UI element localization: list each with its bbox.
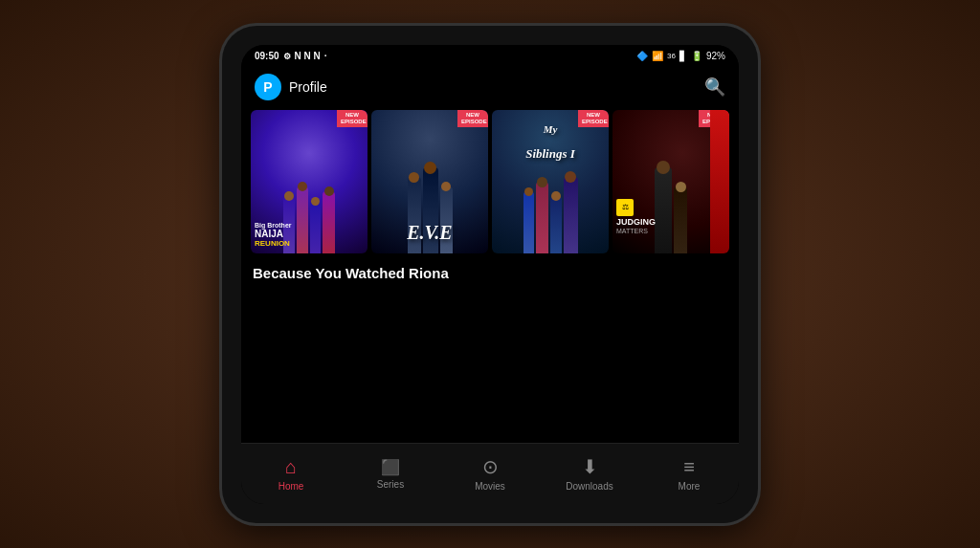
bluetooth-icon: 🔷 [636,51,648,61]
nav-movies[interactable]: ⊙ Movies [440,444,540,504]
wifi-icon: 📶 [652,51,663,61]
status-notifications: N N N [295,51,321,61]
nav-downloads[interactable]: ⬇ Downloads [540,444,639,504]
profile-avatar: P [255,74,281,100]
home-icon: ⌂ [285,456,297,478]
bbnaija-title: NAIJA [255,230,364,239]
judging-figures [612,139,729,253]
status-time: 09:50 [255,51,279,61]
nav-more[interactable]: ≡ More [639,444,739,504]
profile-label: Profile [289,79,327,95]
judging-logo-box: ⚖ [616,199,634,216]
bbnaija-content: Big Brother NAIJA REUNION [255,222,364,248]
show-card-eve[interactable]: NEWEPISODE E.V.E [371,110,488,253]
downloads-icon: ⬇ [582,455,598,478]
app-header: P Profile 🔍 [241,68,739,106]
downloads-label: Downloads [566,481,612,492]
profile-initial: P [263,79,272,95]
show-card-siblings[interactable]: NEWEPISODE My Siblings I [492,110,609,253]
status-dot: · [324,51,327,61]
show-card-bbnaija[interactable]: NEWEPISODE [251,110,368,253]
bottom-nav: ⌂ Home ⬛ Series ⊙ Movies ⬇ Downloads ≡ M… [241,443,739,504]
settings-icon: ⚙ [283,52,291,61]
show-card-judging[interactable]: NEWEPISODE [612,110,729,253]
home-label: Home [278,481,304,492]
signal-bars: ▋ [679,51,687,61]
status-right: 🔷 📶 36 ▋ 🔋 92% [636,51,725,61]
movies-label: Movies [475,481,505,492]
nav-home[interactable]: ⌂ Home [241,444,341,504]
battery-icon: 🔋 [691,51,702,61]
status-bar: 09:50 ⚙ N N N · 🔷 📶 36 ▋ 🔋 92% [241,45,739,68]
phone-screen: 09:50 ⚙ N N N · 🔷 📶 36 ▋ 🔋 92% P Profile [241,45,739,504]
judging-title: JUDGING [616,218,656,228]
series-label: Series [377,479,404,490]
bbnaija-subtitle: REUNION [255,239,364,248]
movies-icon: ⊙ [482,455,499,478]
content-area: NEWEPISODE [241,106,739,443]
battery-label: 92% [706,51,725,61]
siblings-title-my: My [492,123,609,136]
signal-label: 36 [667,52,676,60]
judging-subtitle: MATTERS [616,228,656,234]
nav-series[interactable]: ⬛ Series [341,444,440,504]
siblings-figures [492,139,609,253]
shows-row: NEWEPISODE [241,106,739,257]
new-episode-badge: NEWEPISODE [337,110,368,127]
eve-new-episode-badge: NEWEPISODE [457,110,488,127]
eve-title: E.V.E [371,222,488,244]
search-button[interactable]: 🔍 [704,77,725,98]
more-label: More [679,481,701,492]
judging-logo-area: ⚖ JUDGING MATTERS [616,199,656,234]
phone-device: 09:50 ⚙ N N N · 🔷 📶 36 ▋ 🔋 92% P Profile [222,26,758,523]
more-icon: ≡ [683,456,695,478]
status-left: 09:50 ⚙ N N N · [255,51,327,61]
series-icon: ⬛ [381,458,400,476]
section-label: Because You Watched Riona [241,257,739,285]
profile-area[interactable]: P Profile [255,74,327,100]
